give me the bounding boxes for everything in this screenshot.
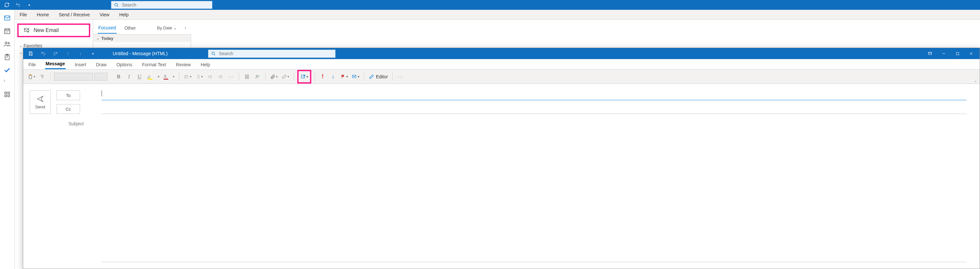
qat-customize-icon[interactable]: ▾ bbox=[87, 52, 98, 55]
compose-menu-file[interactable]: File bbox=[28, 60, 37, 69]
to-field[interactable] bbox=[102, 90, 967, 100]
mail-list-tabs: Focused Other By Date ⌄ ↑ bbox=[93, 22, 191, 35]
svg-point-12 bbox=[212, 52, 214, 54]
compose-menu-insert[interactable]: Insert bbox=[74, 60, 87, 69]
svg-point-4 bbox=[8, 43, 10, 44]
address-book-button[interactable] bbox=[242, 72, 251, 82]
ribbon-display-options-icon[interactable] bbox=[923, 49, 937, 59]
compose-menu-message[interactable]: Message bbox=[45, 59, 66, 69]
more-commands-button[interactable]: ··· bbox=[396, 72, 405, 82]
sort-by-dropdown[interactable]: By Date ⌄ bbox=[157, 25, 177, 30]
undo-icon[interactable] bbox=[38, 51, 49, 56]
decrease-indent-button[interactable] bbox=[205, 72, 215, 82]
subject-label: Subject bbox=[57, 121, 96, 127]
compose-menu-options[interactable]: Options bbox=[116, 60, 133, 69]
svg-rect-10 bbox=[8, 95, 10, 97]
calendar-icon[interactable] bbox=[3, 27, 11, 35]
compose-menu-help[interactable]: Help bbox=[200, 60, 211, 69]
check-names-button[interactable] bbox=[253, 72, 262, 82]
svg-rect-8 bbox=[8, 92, 10, 94]
chevron-down-icon: ▾ bbox=[306, 75, 308, 78]
format-painter-button[interactable] bbox=[38, 72, 47, 82]
compose-menu-format-text[interactable]: Format Text bbox=[142, 60, 167, 69]
compose-window-title: Untitled - Message (HTML) bbox=[113, 51, 167, 56]
font-color-button[interactable]: A ▾ bbox=[162, 72, 176, 82]
font-size-dropdown[interactable] bbox=[94, 73, 108, 81]
send-button[interactable]: Send bbox=[30, 90, 51, 114]
compose-search-box[interactable] bbox=[208, 50, 336, 58]
editor-button[interactable]: Editor bbox=[368, 72, 390, 82]
compose-body: Send To Cc Subject bbox=[23, 84, 980, 269]
compose-menu-review[interactable]: Review bbox=[175, 60, 191, 69]
close-button[interactable] bbox=[965, 49, 978, 59]
sort-label: By Date bbox=[157, 25, 172, 30]
menu-file[interactable]: File bbox=[20, 12, 27, 17]
new-email-label: New Email bbox=[33, 27, 59, 33]
apps-grid-icon[interactable] bbox=[3, 91, 11, 98]
qat-customize-icon[interactable]: ▾ bbox=[25, 3, 33, 7]
bold-button[interactable]: B bbox=[114, 72, 123, 82]
mail-group-today[interactable]: ⌄ Today bbox=[93, 35, 191, 42]
send-icon bbox=[37, 95, 44, 103]
tasks-clipboard-icon[interactable] bbox=[3, 54, 11, 61]
cc-button[interactable]: Cc bbox=[57, 104, 80, 114]
subject-input[interactable] bbox=[102, 120, 967, 262]
mail-icon[interactable] bbox=[3, 14, 11, 22]
menu-home[interactable]: Home bbox=[37, 12, 49, 17]
menu-send-receive[interactable]: Send / Receive bbox=[59, 12, 90, 17]
compose-ribbon: ▾ B I U ▾ A ▾ ▾ ▾ bbox=[23, 70, 980, 84]
undo-icon[interactable] bbox=[14, 2, 22, 8]
redo-icon[interactable] bbox=[50, 51, 61, 56]
to-button[interactable]: To bbox=[57, 90, 80, 100]
previous-item-icon[interactable]: ↑ bbox=[62, 51, 73, 56]
next-item-icon[interactable]: ↓ bbox=[75, 51, 86, 56]
sort-direction-icon[interactable]: ↑ bbox=[184, 25, 186, 31]
signature-button[interactable]: ▾ bbox=[299, 72, 309, 82]
svg-rect-24 bbox=[353, 75, 356, 78]
svg-point-22 bbox=[256, 75, 258, 76]
svg-rect-1 bbox=[5, 16, 10, 20]
menu-view[interactable]: View bbox=[100, 12, 110, 17]
compose-search-input[interactable] bbox=[218, 51, 332, 57]
assign-policy-button[interactable]: ▾ bbox=[350, 72, 361, 82]
menu-help[interactable]: Help bbox=[119, 12, 129, 17]
italic-button[interactable]: I bbox=[124, 72, 134, 82]
high-importance-button[interactable]: ! bbox=[318, 72, 327, 82]
new-mail-icon bbox=[23, 27, 30, 33]
low-importance-button[interactable]: ↓ bbox=[329, 72, 338, 82]
chevron-down-icon: ▾ bbox=[33, 75, 35, 78]
chevron-down-icon: ▾ bbox=[288, 75, 289, 78]
highlight-color-button[interactable]: ▾ bbox=[145, 72, 161, 82]
font-family-dropdown[interactable] bbox=[54, 73, 93, 81]
collapse-nav-icon[interactable]: ‹ bbox=[89, 23, 91, 27]
todo-check-icon[interactable] bbox=[3, 66, 11, 74]
bullets-button[interactable]: ▾ bbox=[183, 72, 193, 82]
compose-titlebar: ↑ ↓ ▾ Untitled - Message (HTML) bbox=[23, 48, 980, 59]
underline-button[interactable]: U bbox=[135, 72, 144, 82]
main-search-input[interactable] bbox=[121, 2, 209, 8]
insert-link-button[interactable]: ▾ bbox=[280, 72, 290, 82]
maximize-button[interactable] bbox=[951, 49, 964, 59]
chevron-down-icon: ▾ bbox=[276, 75, 278, 78]
tab-other[interactable]: Other bbox=[124, 23, 137, 33]
compose-menu-draw[interactable]: Draw bbox=[95, 60, 108, 69]
cc-field[interactable] bbox=[102, 104, 967, 114]
nav-expand-icon[interactable]: › bbox=[3, 78, 11, 85]
chevron-down-icon: ⌄ bbox=[96, 36, 99, 41]
new-email-button[interactable]: New Email bbox=[18, 24, 90, 37]
svg-point-18 bbox=[185, 76, 185, 77]
main-search-box[interactable] bbox=[111, 1, 212, 9]
more-formatting-button[interactable]: ··· bbox=[226, 72, 235, 82]
people-icon[interactable] bbox=[3, 41, 11, 47]
svg-point-19 bbox=[185, 78, 185, 78]
attach-file-button[interactable]: ▾ bbox=[269, 72, 279, 82]
follow-up-flag-button[interactable]: ▾ bbox=[339, 72, 349, 82]
collapse-ribbon-icon[interactable]: ⌄ bbox=[974, 79, 977, 83]
paste-button[interactable]: ▾ bbox=[27, 72, 37, 82]
sync-icon[interactable] bbox=[3, 2, 11, 8]
increase-indent-button[interactable] bbox=[216, 72, 225, 82]
numbering-button[interactable]: ▾ bbox=[194, 72, 204, 82]
tab-focused[interactable]: Focused bbox=[98, 22, 117, 33]
minimize-button[interactable] bbox=[937, 49, 950, 59]
save-icon[interactable] bbox=[25, 51, 36, 56]
